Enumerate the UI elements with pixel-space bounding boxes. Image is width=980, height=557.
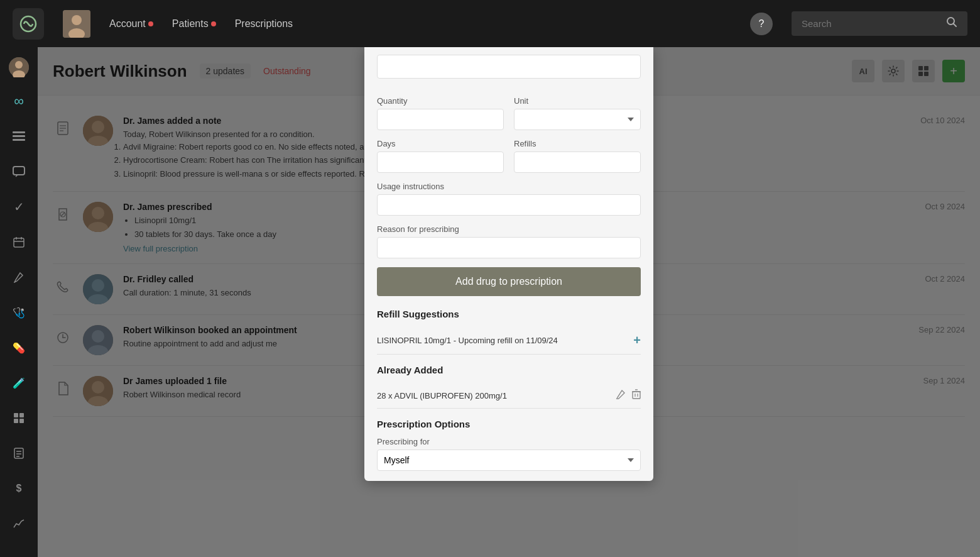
sidebar-item-chart[interactable]	[8, 512, 30, 535]
reason-label: Reason for prescribing	[377, 224, 641, 234]
nav-user-avatar[interactable]	[63, 10, 90, 38]
svg-point-7	[15, 61, 23, 69]
sidebar-item-list[interactable]	[8, 125, 30, 148]
nav-patients-link[interactable]: Patients	[172, 18, 216, 30]
svg-rect-19	[14, 419, 18, 423]
sidebar-item-dollar[interactable]: $	[8, 477, 30, 500]
sidebar-item-flask[interactable]: 🧪	[8, 372, 30, 394]
refill-add-button[interactable]: +	[633, 333, 641, 348]
refills-input[interactable]	[514, 152, 641, 173]
edit-drug-button[interactable]	[616, 389, 626, 402]
svg-rect-54	[633, 392, 640, 399]
sidebar-item-grid[interactable]	[8, 407, 30, 429]
days-input[interactable]	[377, 152, 504, 173]
already-added-item: 28 x ADVIL (IBUPROFEN) 200mg/1	[377, 383, 641, 409]
already-added-title: Already Added	[377, 365, 641, 375]
main-layout: ∞ ✓ 🩺	[0, 47, 980, 557]
add-drug-modal: Quantity Unit mg mL tablets capsules	[364, 47, 653, 481]
help-button[interactable]: ?	[750, 13, 773, 35]
refill-suggestion-item: LISINOPRIL 10mg/1 - Upcoming refill on 1…	[377, 327, 641, 355]
refill-item-text: LISINOPRIL 10mg/1 - Upcoming refill on 1…	[377, 336, 558, 345]
sidebar-item-chat[interactable]	[8, 160, 30, 183]
svg-rect-12	[13, 167, 24, 175]
modal-drug-search-area	[364, 47, 653, 86]
nav-patients-label: Patients	[172, 18, 209, 30]
sidebar-item-infinity[interactable]: ∞	[8, 90, 30, 113]
nav-prescriptions-label: Prescriptions	[235, 18, 293, 30]
sidebar-avatar[interactable]	[9, 57, 29, 77]
search-icon[interactable]	[946, 16, 957, 31]
delete-drug-button[interactable]	[632, 389, 641, 402]
usage-instructions-label: Usage instructions	[377, 182, 641, 191]
svg-point-2	[72, 15, 82, 25]
unit-select[interactable]: mg mL tablets capsules	[514, 109, 641, 130]
help-icon: ?	[759, 18, 765, 30]
drug-search-input[interactable]	[377, 55, 641, 79]
added-item-actions	[616, 389, 641, 402]
reason-group: Reason for prescribing	[377, 224, 641, 258]
content-area: Robert Wilkinson 2 updates Outstanding A…	[38, 47, 980, 557]
sidebar-item-pen[interactable]	[8, 266, 30, 289]
reason-input[interactable]	[377, 237, 641, 258]
days-label: Days	[377, 139, 504, 148]
sidebar-item-check[interactable]: ✓	[8, 196, 30, 218]
days-refills-row: Days Refills	[377, 139, 641, 173]
svg-rect-17	[14, 413, 18, 417]
usage-instructions-group: Usage instructions	[377, 182, 641, 216]
svg-rect-18	[19, 413, 24, 417]
account-notification-dot	[148, 21, 153, 26]
refills-label: Refills	[514, 139, 641, 148]
quantity-group: Quantity	[377, 96, 504, 130]
refill-suggestions-title: Refill Suggestions	[377, 309, 641, 319]
added-item-text: 28 x ADVIL (IBUPROFEN) 200mg/1	[377, 391, 507, 400]
nav-prescriptions-link[interactable]: Prescriptions	[235, 18, 293, 30]
search-input[interactable]	[802, 18, 941, 29]
svg-rect-9	[13, 131, 25, 133]
svg-rect-10	[13, 135, 25, 137]
svg-rect-13	[14, 238, 24, 247]
quantity-label: Quantity	[377, 96, 504, 106]
svg-line-5	[954, 24, 957, 27]
unit-label: Unit	[514, 96, 641, 106]
modal-body: Quantity Unit mg mL tablets capsules	[364, 86, 653, 481]
sidebar-item-report[interactable]	[8, 442, 30, 465]
patients-notification-dot	[211, 21, 216, 26]
days-group: Days	[377, 139, 504, 173]
prescribing-for-label: Prescribing for	[377, 437, 641, 446]
usage-instructions-input[interactable]	[377, 194, 641, 216]
sidebar-item-calendar[interactable]	[8, 231, 30, 253]
prescription-options-title: Prescription Options	[377, 419, 641, 429]
quantity-unit-row: Quantity Unit mg mL tablets capsules	[377, 96, 641, 130]
quantity-input[interactable]	[377, 109, 504, 130]
nav-account-link[interactable]: Account	[109, 18, 153, 30]
sidebar-item-stethoscope[interactable]: 🩺	[8, 301, 30, 324]
refills-group: Refills	[514, 139, 641, 173]
sidebar-item-pill[interactable]: 💊	[8, 336, 30, 359]
prescribing-for-select[interactable]: Myself Family member Other	[377, 449, 641, 471]
unit-group: Unit mg mL tablets capsules	[514, 96, 641, 130]
top-navigation: Account Patients Prescriptions ?	[0, 0, 980, 47]
search-bar	[792, 11, 967, 36]
app-logo[interactable]	[13, 8, 44, 40]
svg-rect-11	[13, 139, 25, 141]
nav-account-label: Account	[109, 18, 146, 30]
svg-rect-20	[19, 419, 24, 423]
add-drug-button[interactable]: Add drug to prescription	[377, 267, 641, 296]
sidebar: ∞ ✓ 🩺	[0, 47, 38, 557]
